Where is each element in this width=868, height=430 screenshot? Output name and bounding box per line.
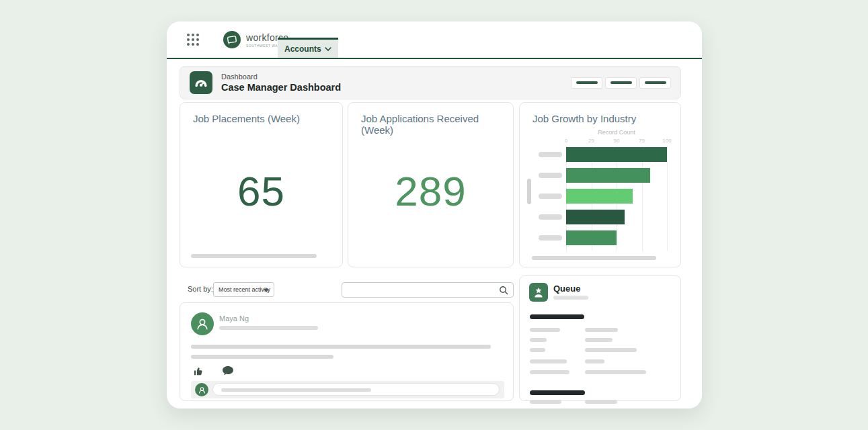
app-window: workforce SOUTHWEST WASHINGTON Accounts … — [167, 22, 702, 408]
bar[interactable] — [566, 210, 625, 224]
header-actions — [571, 77, 671, 89]
metric-title: Job Applications Received (Week) — [348, 103, 513, 136]
post-author-name: Maya Ng — [219, 314, 249, 322]
header-action-button[interactable] — [571, 77, 602, 89]
feed-post-card: Maya Ng — [180, 302, 514, 401]
metric-value: 65 — [180, 167, 342, 215]
sort-by-label: Sort by: — [188, 285, 213, 293]
post-body-skeleton — [191, 345, 491, 349]
like-icon[interactable] — [194, 366, 204, 376]
queue-value-skeleton — [585, 338, 613, 342]
chart-title: Job Growth by Industry — [520, 103, 680, 124]
bar[interactable] — [566, 230, 617, 245]
tab-accounts-label: Accounts — [284, 44, 321, 54]
gridline — [667, 146, 668, 251]
queue-item-title-skeleton — [530, 314, 584, 319]
workforce-logo-icon — [223, 31, 241, 48]
queue-item-title-skeleton — [530, 390, 585, 395]
x-tick-label: 100 — [662, 138, 671, 144]
category-skeleton — [539, 173, 562, 178]
category-labels — [539, 146, 562, 251]
sort-dropdown[interactable]: Most recent activity — [213, 282, 274, 297]
queue-value-skeleton — [585, 400, 617, 404]
dropdown-arrow-icon — [264, 289, 269, 292]
metric-value: 289 — [348, 167, 513, 215]
avatar — [195, 383, 208, 396]
x-tick-label: 25 — [588, 138, 594, 144]
bar[interactable] — [566, 147, 667, 162]
queue-value-skeleton — [585, 328, 618, 332]
queue-star-icon — [529, 283, 548, 302]
queue-panel: Queue — [519, 275, 681, 401]
header-action-button[interactable] — [639, 77, 671, 89]
category-skeleton — [539, 235, 562, 241]
queue-value-skeleton — [585, 370, 646, 374]
search-input[interactable] — [348, 284, 496, 296]
queue-field-skeleton — [530, 348, 545, 352]
x-axis-ticks: 0255075100 — [566, 138, 667, 144]
queue-field-skeleton — [530, 328, 560, 332]
bar-plot — [566, 146, 667, 251]
metric-card-job-applications: Job Applications Received (Week) 289 — [348, 102, 514, 267]
comment-input[interactable] — [212, 383, 500, 396]
dashboard-header: Dashboard Case Manager Dashboard — [180, 66, 681, 99]
chart-scrollbar[interactable] — [527, 179, 531, 204]
avatar — [191, 312, 214, 335]
metric-title: Job Placements (Week) — [180, 103, 342, 124]
search-icon[interactable] — [499, 286, 508, 295]
comment-placeholder-skeleton — [221, 388, 371, 392]
queue-field-skeleton — [530, 338, 547, 342]
app-launcher-icon[interactable] — [187, 34, 199, 46]
queue-title: Queue — [553, 284, 580, 294]
metric-card-job-placements: Job Placements (Week) 65 — [180, 102, 343, 267]
record-type-label: Dashboard — [221, 73, 341, 81]
page-background: { "app": { "name": "workforce", "tagline… — [0, 0, 868, 430]
footer-skeleton — [532, 256, 656, 260]
feed-search — [342, 282, 514, 298]
comment-bar — [191, 381, 504, 398]
post-timestamp-skeleton — [219, 326, 318, 330]
bar[interactable] — [566, 168, 650, 183]
queue-field-skeleton — [530, 370, 569, 374]
top-nav: workforce SOUTHWEST WASHINGTON Accounts — [167, 22, 702, 59]
tab-accounts[interactable]: Accounts — [278, 38, 338, 58]
comment-icon[interactable] — [222, 366, 234, 376]
queue-subtitle-skeleton — [553, 296, 588, 300]
x-axis-title: Record Count — [566, 129, 667, 136]
queue-value-skeleton — [585, 348, 637, 352]
category-skeleton — [539, 194, 562, 199]
button-label-skeleton — [610, 81, 632, 84]
page-title: Case Manager Dashboard — [221, 82, 341, 93]
bar[interactable] — [566, 189, 633, 204]
button-label-skeleton — [576, 81, 598, 84]
x-tick-label: 50 — [614, 138, 620, 144]
queue-field-skeleton — [530, 359, 567, 363]
sort-dropdown-value: Most recent activity — [219, 286, 270, 293]
category-skeleton — [539, 152, 562, 157]
button-label-skeleton — [645, 81, 666, 84]
chevron-down-icon — [325, 47, 331, 51]
header-action-button[interactable] — [605, 77, 637, 89]
category-skeleton — [539, 214, 562, 220]
post-body-skeleton — [191, 355, 333, 359]
queue-field-skeleton — [530, 400, 561, 404]
x-tick-label: 0 — [565, 138, 567, 144]
queue-value-skeleton — [585, 359, 604, 363]
chart-card-job-growth: Job Growth by Industry Record Count 0255… — [519, 102, 681, 267]
dashboard-gauge-icon — [190, 71, 212, 94]
footer-skeleton — [191, 254, 317, 258]
x-tick-label: 75 — [639, 138, 645, 144]
